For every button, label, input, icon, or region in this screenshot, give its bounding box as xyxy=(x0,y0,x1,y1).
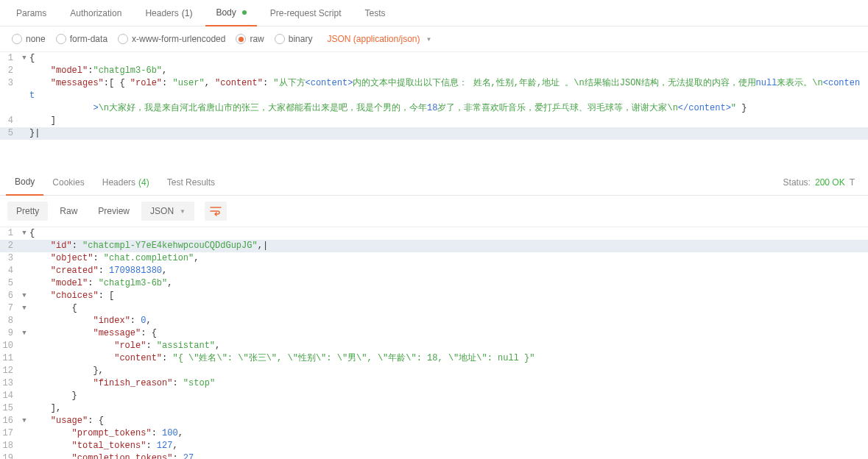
tab-authorization[interactable]: Authorization xyxy=(60,1,132,26)
radio-formdata[interactable]: form-data xyxy=(56,34,107,44)
tab-headers[interactable]: Headers (1) xyxy=(135,1,202,26)
body-modified-icon xyxy=(242,10,247,15)
status-tail: T xyxy=(850,177,855,188)
chevron-down-icon: ▼ xyxy=(426,36,432,43)
resp-tab-body[interactable]: Body xyxy=(6,169,43,196)
view-pretty-button[interactable]: Pretty xyxy=(7,202,48,221)
tab-tests[interactable]: Tests xyxy=(354,1,395,26)
content-type-dropdown[interactable]: JSON (application/json) ▼ xyxy=(327,34,431,44)
radio-raw[interactable]: raw xyxy=(236,34,264,44)
tab-headers-count: (1) xyxy=(182,8,193,18)
request-body-editor[interactable]: 1▼{ 2 "model":"chatglm3-6b", 3 "messages… xyxy=(0,51,868,140)
view-preview-button[interactable]: Preview xyxy=(89,202,138,221)
tab-params[interactable]: Params xyxy=(6,1,57,26)
response-status: Status: 200 OK T xyxy=(783,177,862,188)
response-view-bar: Pretty Raw Preview JSON ▼ xyxy=(0,196,868,227)
syntax-dropdown[interactable]: JSON ▼ xyxy=(141,202,194,221)
status-label: Status: xyxy=(783,177,811,188)
wrap-lines-button[interactable] xyxy=(205,202,227,221)
tab-body-label: Body xyxy=(216,7,236,18)
request-tabs: Params Authorization Headers (1) Body Pr… xyxy=(0,0,868,26)
tab-body[interactable]: Body xyxy=(205,0,256,26)
resp-tab-tests[interactable]: Test Results xyxy=(158,170,224,195)
body-type-selector: none form-data x-www-form-urlencoded raw… xyxy=(0,26,868,51)
resp-headers-count: (4) xyxy=(138,177,149,188)
tab-headers-label: Headers xyxy=(145,8,178,18)
response-body-viewer[interactable]: 1▼{ 2 "id": "chatcmpl-Y7eE4kehwpcouCQDdG… xyxy=(0,227,868,459)
radio-binary[interactable]: binary xyxy=(275,34,313,44)
view-raw-button[interactable]: Raw xyxy=(51,202,86,221)
radio-none[interactable]: none xyxy=(12,34,46,44)
radio-xform[interactable]: x-www-form-urlencoded xyxy=(118,34,225,44)
tab-prereq[interactable]: Pre-request Script xyxy=(260,1,352,26)
resp-tab-cookies[interactable]: Cookies xyxy=(43,170,93,195)
resp-tab-headers[interactable]: Headers (4) xyxy=(93,170,158,195)
chevron-down-icon: ▼ xyxy=(180,208,186,215)
status-value: 200 OK xyxy=(815,177,845,188)
response-tabs: Body Cookies Headers (4) Test Results St… xyxy=(0,169,868,196)
